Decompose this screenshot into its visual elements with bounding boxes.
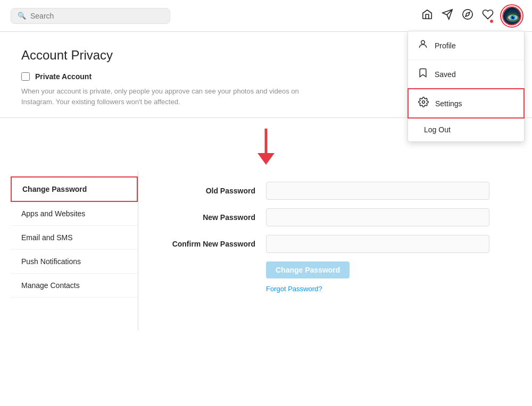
sidebar-item-apps-websites[interactable]: Apps and Websites [11,202,138,226]
confirm-password-input[interactable] [266,235,489,253]
sidebar-item-push-notifications[interactable]: Push Notifications [11,250,138,274]
svg-point-8 [421,40,425,44]
privacy-description: When your account is private, only peopl… [21,86,330,107]
bookmark-icon [418,67,428,81]
dropdown-logout-label: Log Out [424,125,451,134]
svg-point-7 [513,16,514,17]
private-account-label: Private Account [35,72,92,81]
search-icon: 🔍 [18,12,26,20]
dropdown-saved-label: Saved [435,70,456,79]
sidebar-item-change-password[interactable]: Change Password [11,176,138,202]
avatar-image [503,7,520,24]
new-password-label: New Password [170,213,255,222]
gear-icon [418,97,429,110]
change-password-button[interactable]: Change Password [266,261,350,278]
search-input[interactable] [30,12,163,20]
dropdown-item-profile[interactable]: Profile [408,31,524,60]
private-account-checkbox[interactable] [21,72,30,81]
svg-point-9 [422,101,425,104]
nav-left: 🔍 [11,8,421,24]
sidebar-item-email-sms-label: Email and SMS [21,233,72,242]
compass-icon[interactable] [462,9,473,23]
dropdown-menu: Profile Saved Settings Log Out [408,31,525,142]
svg-point-0 [463,9,472,19]
sidebar-item-apps-websites-label: Apps and Websites [21,209,85,218]
sidebar-item-change-password-label: Change Password [22,185,87,193]
dropdown-settings-label: Settings [435,99,462,108]
home-icon[interactable] [421,9,433,23]
profile-icon [418,39,428,52]
confirm-password-row: Confirm New Password [170,235,489,253]
heart-icon[interactable] [482,9,494,23]
nav-icons [421,6,521,26]
send-icon[interactable] [442,9,453,23]
down-arrow-icon [255,129,277,166]
dropdown-item-settings[interactable]: Settings [408,88,525,119]
old-password-input[interactable] [266,182,489,200]
new-password-row: New Password [170,208,489,226]
sidebar-item-push-notifications-label: Push Notifications [21,257,81,266]
dropdown-profile-label: Profile [435,41,456,50]
sidebar-item-email-sms[interactable]: Email and SMS [11,226,138,250]
old-password-row: Old Password [170,182,489,200]
password-form: Old Password New Password Confirm New Pa… [138,171,521,331]
form-actions: Change Password Forgot Password? [170,261,489,293]
confirm-password-label: Confirm New Password [170,239,255,249]
dropdown-item-saved[interactable]: Saved [408,60,524,89]
sidebar-item-manage-contacts-label: Manage Contacts [21,281,80,290]
sidebar-item-manage-contacts[interactable]: Manage Contacts [11,274,138,298]
old-password-label: Old Password [170,187,255,195]
sidebar-nav: Change Password Apps and Websites Email … [11,171,138,331]
search-bar[interactable]: 🔍 [11,8,170,24]
avatar[interactable] [502,6,521,26]
svg-marker-11 [257,153,275,165]
top-nav: 🔍 [0,0,532,32]
settings-layout: Change Password Apps and Websites Email … [0,171,532,331]
dropdown-item-logout[interactable]: Log Out [408,118,524,141]
new-password-input[interactable] [266,208,489,226]
forgot-password-link[interactable]: Forgot Password? [266,285,322,293]
